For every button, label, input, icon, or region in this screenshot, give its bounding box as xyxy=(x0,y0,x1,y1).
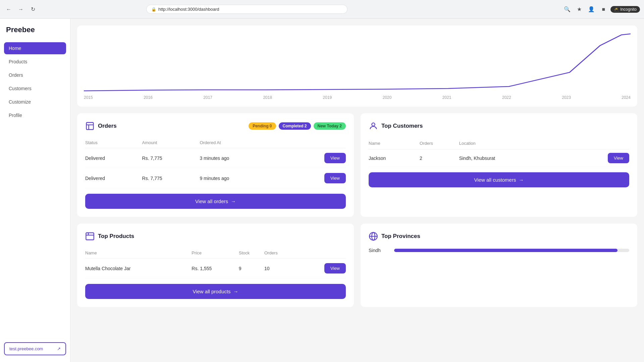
incognito-icon: 🥷 xyxy=(614,7,619,12)
line-chart xyxy=(84,32,631,93)
external-link-icon: ↗ xyxy=(57,346,61,351)
customer-orders: 2 xyxy=(420,149,459,167)
view-all-products-button[interactable]: View all products → xyxy=(85,284,346,299)
sidebar-item-customize[interactable]: Customize xyxy=(4,96,66,108)
customers-title: Top Customers xyxy=(381,123,423,129)
badge-new-today: New Today 2 xyxy=(314,122,346,130)
customers-icon xyxy=(369,121,378,131)
browser-right-icons: 🔍 ★ 👤 ■ 🥷 Incognito xyxy=(562,4,640,14)
product-name: Mutella Chocolate Jar xyxy=(85,258,192,279)
provinces-list: Sindh xyxy=(369,248,629,253)
chart-card: 2015 2016 2017 2018 2019 2020 2021 2022 … xyxy=(77,25,637,107)
svg-rect-4 xyxy=(86,233,94,240)
orders-icon xyxy=(85,121,95,131)
products-icon xyxy=(85,232,95,241)
products-section-header: Top Products xyxy=(85,232,346,241)
top-provinces-card: Top Provinces Sindh xyxy=(361,224,637,307)
products-section-title: Top Products xyxy=(85,232,134,241)
customers-section-title: Top Customers xyxy=(369,121,423,131)
browser-chrome: ← → ↻ 🔒 http://localhost:3000/dashboard … xyxy=(0,0,644,19)
user-browser-button[interactable]: 👤 xyxy=(586,4,596,14)
orders-badges: Pending 0 Completed 2 New Today 2 xyxy=(249,122,346,130)
products-table: Name Price Stock Orders Mutella Chocolat… xyxy=(85,248,346,279)
forward-button[interactable]: → xyxy=(16,5,25,14)
order-amount: Rs. 7,775 xyxy=(142,168,200,188)
incognito-label: Incognito xyxy=(620,7,637,12)
col-cust-name: Name xyxy=(369,137,420,149)
sidebar-logo: Preebee xyxy=(4,25,66,41)
col-prod-price: Price xyxy=(192,248,238,258)
table-row: Delivered Rs. 7,775 9 minutes ago View xyxy=(85,168,346,188)
orders-table: Status Amount Ordered At Delivered Rs. 7… xyxy=(85,137,346,188)
sidebar-item-home[interactable]: Home xyxy=(4,42,66,54)
top-products-card: Top Products Name Price Stock Orders xyxy=(77,224,354,307)
order-time: 9 minutes ago xyxy=(200,168,284,188)
view-all-customers-label: View all customers xyxy=(474,177,516,183)
refresh-button[interactable]: ↻ xyxy=(28,5,38,14)
province-bar xyxy=(394,249,618,252)
lock-icon: 🔒 xyxy=(151,7,156,12)
col-cust-location: Location xyxy=(459,137,566,149)
order-view-button[interactable]: View xyxy=(324,153,346,163)
provinces-title: Top Provinces xyxy=(381,233,420,240)
province-row: Sindh xyxy=(369,248,629,253)
svg-rect-0 xyxy=(87,123,94,130)
view-all-orders-button[interactable]: View all orders → xyxy=(85,194,346,209)
sidebar: Preebee Home Products Orders Customers C… xyxy=(0,19,70,362)
table-row: Jackson 2 Sindh, Khubsurat View xyxy=(369,149,629,167)
search-browser-button[interactable]: 🔍 xyxy=(562,4,572,14)
customer-location: Sindh, Khubsurat xyxy=(459,149,566,167)
product-stock: 9 xyxy=(239,258,264,279)
table-row: Mutella Chocolate Jar Rs. 1,555 9 10 Vie… xyxy=(85,258,346,279)
app-container: Preebee Home Products Orders Customers C… xyxy=(0,19,644,362)
sidebar-item-orders[interactable]: Orders xyxy=(4,69,66,81)
main-content: 2015 2016 2017 2018 2019 2020 2021 2022 … xyxy=(70,19,644,362)
incognito-badge: 🥷 Incognito xyxy=(610,6,640,13)
sidebar-item-products[interactable]: Products xyxy=(4,56,66,68)
badge-pending: Pending 0 xyxy=(249,122,276,130)
col-ordered-at: Ordered At xyxy=(200,137,284,148)
top-customers-card: Top Customers Name Orders Location Jac xyxy=(361,113,637,217)
orders-section-header: Orders Pending 0 Completed 2 New Today 2 xyxy=(85,121,346,131)
svg-point-3 xyxy=(372,123,375,126)
order-time: 3 minutes ago xyxy=(200,148,284,168)
col-prod-name: Name xyxy=(85,248,192,258)
external-link-text: test.preebee.com xyxy=(9,346,43,351)
arrow-right-icon: → xyxy=(231,198,236,204)
products-title: Top Products xyxy=(98,233,134,240)
orders-title: Orders xyxy=(98,123,117,129)
col-prod-stock: Stock xyxy=(239,248,264,258)
order-status: Delivered xyxy=(85,168,142,188)
view-all-orders-label: View all orders xyxy=(195,198,228,204)
arrow-right-icon-prod: → xyxy=(233,289,238,294)
provinces-section-header: Top Provinces xyxy=(369,232,629,241)
view-all-products-label: View all products xyxy=(193,289,230,294)
customers-table: Name Orders Location Jackson 2 Sindh, Kh… xyxy=(369,137,629,167)
sidebar-item-profile[interactable]: Profile xyxy=(4,109,66,121)
customer-view-button[interactable]: View xyxy=(608,153,629,163)
extensions-button[interactable]: ■ xyxy=(598,4,608,14)
chart-labels: 2015 2016 2017 2018 2019 2020 2021 2022 … xyxy=(84,93,631,100)
badge-completed: Completed 2 xyxy=(279,122,311,130)
globe-icon xyxy=(369,232,378,241)
customer-name: Jackson xyxy=(369,149,420,167)
province-name: Sindh xyxy=(369,248,389,253)
back-button[interactable]: ← xyxy=(4,5,13,14)
col-amount: Amount xyxy=(142,137,200,148)
product-view-button[interactable]: View xyxy=(324,263,346,274)
view-all-customers-button[interactable]: View all customers → xyxy=(369,172,629,187)
order-view-button[interactable]: View xyxy=(324,173,346,183)
address-bar[interactable]: 🔒 http://localhost:3000/dashboard xyxy=(146,5,347,14)
external-link[interactable]: test.preebee.com ↗ xyxy=(4,342,66,355)
table-row: Delivered Rs. 7,775 3 minutes ago View xyxy=(85,148,346,168)
col-status: Status xyxy=(85,137,142,148)
sidebar-item-customers[interactable]: Customers xyxy=(4,82,66,95)
dashboard-grid: Orders Pending 0 Completed 2 New Today 2… xyxy=(77,113,637,307)
col-cust-orders: Orders xyxy=(420,137,459,149)
orders-card: Orders Pending 0 Completed 2 New Today 2… xyxy=(77,113,354,217)
orders-section-title: Orders xyxy=(85,121,117,131)
chart-area xyxy=(84,32,631,93)
bookmark-button[interactable]: ★ xyxy=(574,4,584,14)
product-orders: 10 xyxy=(264,258,296,279)
col-prod-orders: Orders xyxy=(264,248,296,258)
